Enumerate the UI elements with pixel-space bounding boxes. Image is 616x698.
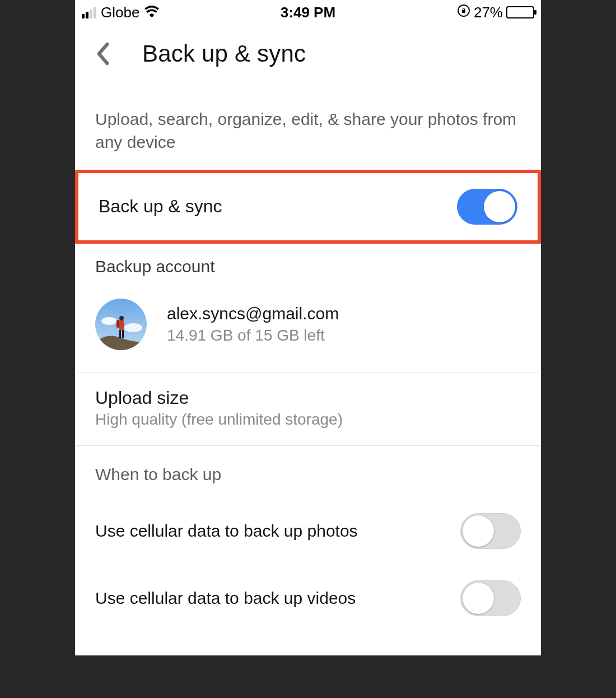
when-to-backup-label: When to back up bbox=[75, 446, 541, 488]
upload-size-label: Upload size bbox=[95, 388, 521, 408]
back-button[interactable] bbox=[91, 41, 115, 66]
backup-sync-row[interactable]: Back up & sync bbox=[78, 173, 538, 240]
backup-account-section-label: Backup account bbox=[75, 244, 541, 281]
backup-sync-highlight: Back up & sync bbox=[75, 170, 541, 244]
backup-account-row[interactable]: alex.syncs@gmail.com 14.91 GB of 15 GB l… bbox=[75, 281, 541, 373]
avatar bbox=[95, 299, 147, 350]
account-texts: alex.syncs@gmail.com 14.91 GB of 15 GB l… bbox=[167, 304, 339, 345]
signal-icon bbox=[82, 6, 96, 18]
page-description: Upload, search, organize, edit, & share … bbox=[75, 74, 541, 170]
chevron-left-icon bbox=[95, 41, 111, 66]
carrier-label: Globe bbox=[101, 4, 139, 21]
page-header: Back up & sync bbox=[75, 25, 541, 74]
svg-rect-4 bbox=[119, 320, 124, 330]
svg-rect-8 bbox=[122, 330, 124, 338]
wifi-icon bbox=[144, 4, 160, 21]
status-left: Globe bbox=[82, 4, 232, 21]
backup-sync-toggle[interactable] bbox=[457, 189, 517, 225]
svg-point-3 bbox=[124, 323, 142, 332]
upload-size-row[interactable]: Upload size High quality (free unlimited… bbox=[75, 373, 541, 445]
cellular-videos-toggle[interactable] bbox=[460, 580, 521, 616]
cellular-photos-row[interactable]: Use cellular data to back up photos bbox=[75, 488, 541, 564]
svg-point-2 bbox=[101, 317, 117, 325]
device-frame: Globe 3:49 PM 27% Back up & sync Upload,… bbox=[75, 0, 541, 655]
page-title: Back up & sync bbox=[142, 40, 306, 67]
status-time: 3:49 PM bbox=[232, 4, 383, 21]
status-bar: Globe 3:49 PM 27% bbox=[75, 0, 541, 25]
svg-point-5 bbox=[119, 316, 124, 320]
cellular-videos-label: Use cellular data to back up videos bbox=[95, 589, 356, 608]
svg-rect-7 bbox=[119, 330, 121, 338]
cellular-videos-row[interactable]: Use cellular data to back up videos bbox=[75, 564, 541, 631]
battery-pct: 27% bbox=[474, 4, 503, 21]
svg-rect-6 bbox=[116, 320, 119, 328]
upload-size-value: High quality (free unlimited storage) bbox=[95, 411, 521, 429]
cellular-photos-label: Use cellular data to back up photos bbox=[95, 522, 358, 541]
account-storage: 14.91 GB of 15 GB left bbox=[167, 327, 339, 345]
status-right: 27% bbox=[384, 4, 534, 21]
backup-sync-label: Back up & sync bbox=[99, 196, 222, 217]
battery-icon bbox=[506, 6, 534, 18]
rotation-lock-icon bbox=[457, 4, 470, 21]
account-email: alex.syncs@gmail.com bbox=[167, 304, 339, 323]
cellular-photos-toggle[interactable] bbox=[460, 513, 521, 549]
